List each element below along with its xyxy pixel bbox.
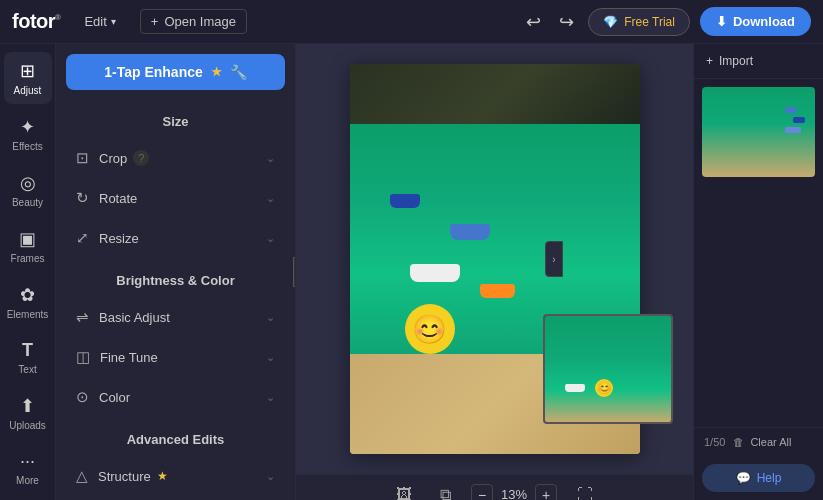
color-label: Color — [99, 390, 130, 405]
clear-all-button[interactable]: Clear All — [750, 436, 791, 448]
enhance-button[interactable]: 1-Tap Enhance ★ 🔧 — [66, 54, 285, 90]
fine-tune-item[interactable]: ◫ Fine Tune ⌄ — [62, 338, 289, 376]
boat-4 — [480, 284, 515, 298]
bottom-toolbar: 🖼 ⧉ − 13% + ⛶ — [296, 474, 693, 500]
uploads-label: Uploads — [9, 420, 46, 431]
diamond-icon: 💎 — [603, 15, 618, 29]
advanced-section-title: Advanced Edits — [56, 418, 295, 455]
crop-icon: ⊡ — [76, 149, 89, 167]
right-panel-thumbnail[interactable] — [702, 87, 815, 177]
sidebar-item-elements[interactable]: ✿ Elements — [4, 276, 52, 328]
thumb-boat — [565, 384, 585, 392]
redo-button[interactable]: ↪ — [555, 7, 578, 37]
zoom-control: − 13% + — [471, 484, 557, 501]
fine-tune-label: Fine Tune — [100, 350, 158, 365]
trash-icon: 🗑 — [733, 436, 744, 448]
import-button[interactable]: + Import — [694, 44, 823, 79]
zoom-in-button[interactable]: + — [535, 484, 557, 501]
sidebar-item-more[interactable]: ··· More — [4, 443, 52, 494]
pro-star-icon: ★ — [157, 469, 168, 483]
structure-icon: △ — [76, 467, 88, 485]
resize-label: Resize — [99, 231, 139, 246]
elements-label: Elements — [7, 309, 49, 320]
boat-3 — [410, 264, 460, 282]
right-thumb-boats — [785, 107, 805, 133]
chevron-right-icon: ⌄ — [266, 232, 275, 245]
uploads-icon: ⬆ — [20, 395, 35, 417]
adjust-icon: ⊞ — [20, 60, 35, 82]
right-thumb-inner — [702, 87, 815, 177]
plus-icon: + — [151, 14, 159, 29]
basic-adjust-label: Basic Adjust — [99, 310, 170, 325]
rotate-label: Rotate — [99, 191, 137, 206]
canvas-area: 😊 😊 › 🖼 ⧉ − 13% + ⛶ — [296, 44, 693, 500]
rotate-item[interactable]: ↻ Rotate ⌄ — [62, 179, 289, 217]
counter-value: 1/50 — [704, 436, 725, 448]
chevron-right-icon: ⌄ — [266, 152, 275, 165]
color-item[interactable]: ⊙ Color ⌄ — [62, 378, 289, 416]
panel-expand-button[interactable]: › — [545, 241, 563, 277]
brightness-section-title: Brightness & Color — [56, 259, 295, 296]
help-circle-icon: ? — [133, 150, 149, 166]
open-image-button[interactable]: + Open Image — [140, 9, 247, 34]
compare-tool-button[interactable]: ⧉ — [432, 482, 459, 501]
effects-label: Effects — [12, 141, 42, 152]
size-section-title: Size — [56, 100, 295, 137]
free-trial-button[interactable]: 💎 Free Trial — [588, 8, 690, 36]
edit-menu-button[interactable]: Edit ▾ — [76, 10, 123, 33]
frames-label: Frames — [11, 253, 45, 264]
chevron-right-icon: ⌄ — [266, 391, 275, 404]
structure-label: Structure — [98, 469, 151, 484]
more-label: More — [16, 475, 39, 486]
beauty-icon: ◎ — [20, 172, 36, 194]
zoom-value: 13% — [501, 487, 527, 500]
image-tool-button[interactable]: 🖼 — [388, 482, 420, 501]
crop-label: Crop — [99, 151, 127, 166]
wand-icon: 🔧 — [230, 64, 247, 80]
sidebar-item-frames[interactable]: ▣ Frames — [4, 220, 52, 272]
topbar: fotor® Edit ▾ + Open Image ↩ ↪ 💎 Free Tr… — [0, 0, 823, 44]
plus-icon: + — [706, 54, 713, 68]
chevron-right-icon: ⌄ — [266, 351, 275, 364]
chevron-right-icon: ⌄ — [266, 192, 275, 205]
zoom-out-button[interactable]: − — [471, 484, 493, 501]
edit-panel: 1-Tap Enhance ★ 🔧 Size ⊡ Crop ? ⌄ ↻ Rota… — [56, 44, 296, 500]
thumbnail-image: 😊 — [545, 316, 671, 422]
undo-button[interactable]: ↩ — [522, 7, 545, 37]
chevron-down-icon: ▾ — [111, 16, 116, 27]
help-button[interactable]: 💬 Help — [702, 464, 815, 492]
sidebar-item-uploads[interactable]: ⬆ Uploads — [4, 387, 52, 439]
download-icon: ⬇ — [716, 14, 727, 29]
structure-item[interactable]: △ Structure ★ ⌄ — [62, 457, 289, 495]
sidebar-item-text[interactable]: T Text — [4, 332, 52, 383]
app-logo: fotor® — [12, 10, 60, 33]
topbar-actions: ↩ ↪ 💎 Free Trial ⬇ Download — [522, 7, 811, 37]
sidebar-item-effects[interactable]: ✦ Effects — [4, 108, 52, 160]
resize-item[interactable]: ⤢ Resize ⌄ — [62, 219, 289, 257]
sidebar-item-beauty[interactable]: ◎ Beauty — [4, 164, 52, 216]
download-button[interactable]: ⬇ Download — [700, 7, 811, 36]
chevron-right-icon: ⌄ — [266, 470, 275, 483]
help-chat-icon: 💬 — [736, 471, 751, 485]
main-layout: ⊞ Adjust ✦ Effects ◎ Beauty ▣ Frames ✿ E… — [0, 44, 823, 500]
boat-1 — [390, 194, 420, 208]
text-label: Text — [18, 364, 36, 375]
frames-icon: ▣ — [19, 228, 36, 250]
beauty-label: Beauty — [12, 197, 43, 208]
elements-icon: ✿ — [20, 284, 35, 306]
rotate-icon: ↻ — [76, 189, 89, 207]
smiley-sticker[interactable]: 😊 — [405, 304, 455, 354]
sidebar-item-adjust[interactable]: ⊞ Adjust — [4, 52, 52, 104]
fullscreen-button[interactable]: ⛶ — [569, 482, 601, 501]
panel-counter: 1/50 🗑 Clear All — [694, 427, 823, 456]
basic-adjust-icon: ⇌ — [76, 308, 89, 326]
fine-tune-icon: ◫ — [76, 348, 90, 366]
boat-2 — [450, 224, 490, 240]
basic-adjust-item[interactable]: ⇌ Basic Adjust ⌄ — [62, 298, 289, 336]
right-panel: + Import 1/50 🗑 Clear All 💬 Help — [693, 44, 823, 500]
effects-icon: ✦ — [20, 116, 35, 138]
crop-item[interactable]: ⊡ Crop ? ⌄ — [62, 139, 289, 177]
color-icon: ⊙ — [76, 388, 89, 406]
right-panel-spacer — [694, 185, 823, 427]
adjust-label: Adjust — [14, 85, 42, 96]
